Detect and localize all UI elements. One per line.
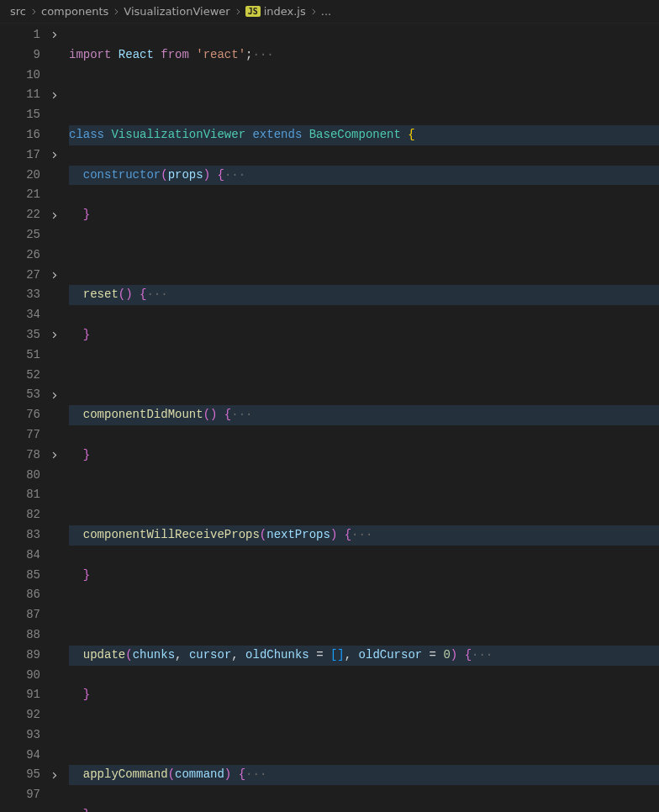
gutter-row: 52 bbox=[0, 366, 66, 386]
line-number: 22 bbox=[12, 205, 40, 225]
code-line[interactable]: reset() {··· bbox=[69, 285, 659, 305]
line-number: 84 bbox=[12, 546, 40, 566]
fold-chevron-icon[interactable] bbox=[47, 30, 61, 40]
gutter-row: 33 bbox=[0, 285, 66, 305]
code-area[interactable]: import React from 'react';··· class Visu… bbox=[66, 24, 659, 812]
code-line[interactable]: import React from 'react';··· bbox=[69, 45, 659, 66]
line-number: 9 bbox=[12, 45, 40, 66]
gutter-row: 53 bbox=[0, 385, 66, 405]
code-line[interactable]: constructor(props) {··· bbox=[69, 166, 659, 186]
code-line[interactable]: } bbox=[69, 325, 659, 345]
code-line[interactable]: componentWillReceiveProps(nextProps) {··… bbox=[69, 525, 659, 546]
gutter-row: 89 bbox=[0, 646, 66, 666]
code-line[interactable]: applyCommand(command) {··· bbox=[69, 765, 659, 785]
line-number: 20 bbox=[12, 166, 40, 186]
code-line[interactable] bbox=[69, 85, 659, 105]
line-number: 1 bbox=[12, 25, 40, 45]
code-line[interactable]: update(chunks, cursor, oldChunks = [], o… bbox=[69, 646, 659, 666]
gutter-row: 97 bbox=[0, 785, 66, 805]
fold-chevron-icon[interactable] bbox=[47, 451, 61, 460]
line-number: 76 bbox=[12, 405, 40, 425]
gutter-row: 16 bbox=[0, 125, 66, 145]
line-number: 25 bbox=[12, 225, 40, 245]
gutter-row: 87 bbox=[0, 605, 66, 625]
line-number: 52 bbox=[12, 366, 40, 386]
line-number: 93 bbox=[12, 725, 40, 746]
fold-chevron-icon[interactable] bbox=[47, 91, 61, 100]
line-number: 92 bbox=[12, 705, 40, 725]
chevron-right-icon bbox=[234, 8, 242, 16]
fold-chevron-icon[interactable] bbox=[47, 271, 61, 280]
gutter-row: 84 bbox=[0, 546, 66, 566]
line-number: 85 bbox=[12, 566, 40, 586]
chevron-right-icon bbox=[29, 8, 38, 16]
line-number: 51 bbox=[12, 345, 40, 366]
fold-chevron-icon[interactable] bbox=[47, 330, 61, 340]
code-line[interactable]: class VisualizationViewer extends BaseCo… bbox=[69, 125, 659, 145]
crumb-components[interactable]: components bbox=[41, 5, 108, 18]
line-number: 86 bbox=[12, 585, 40, 605]
gutter-row: 17 bbox=[0, 145, 66, 166]
line-number: 10 bbox=[12, 66, 40, 86]
line-number: 77 bbox=[12, 425, 40, 446]
line-number: 83 bbox=[12, 525, 40, 546]
code-line[interactable]: } bbox=[69, 805, 659, 812]
crumb-folder[interactable]: VisualizationViewer bbox=[124, 5, 229, 18]
breadcrumb[interactable]: src components VisualizationViewer JS in… bbox=[0, 0, 659, 24]
code-line[interactable]: } bbox=[69, 685, 659, 705]
gutter-row: 20 bbox=[0, 166, 66, 186]
line-number: 34 bbox=[12, 305, 40, 325]
code-line[interactable]: } bbox=[69, 566, 659, 586]
gutter-row: 76 bbox=[0, 405, 66, 425]
gutter-row: 86 bbox=[0, 585, 66, 605]
gutter-row: 81 bbox=[0, 485, 66, 505]
gutter-row: 77 bbox=[0, 425, 66, 446]
line-number-gutter: 1910111516172021222526273334355152537677… bbox=[0, 24, 66, 812]
gutter-row: 26 bbox=[0, 245, 66, 266]
line-number: 97 bbox=[12, 785, 40, 805]
gutter-row: 85 bbox=[0, 566, 66, 586]
code-line[interactable]: } bbox=[69, 446, 659, 466]
line-number: 82 bbox=[12, 505, 40, 525]
gutter-row: 1 bbox=[0, 25, 66, 45]
gutter-row: 80 bbox=[0, 466, 66, 486]
gutter-row: 15 bbox=[0, 105, 66, 125]
code-line[interactable] bbox=[69, 366, 659, 386]
crumb-trailing[interactable]: ... bbox=[321, 5, 331, 18]
line-number: 15 bbox=[12, 105, 40, 125]
gutter-row: 78 bbox=[0, 446, 66, 466]
line-number: 94 bbox=[12, 746, 40, 766]
line-number: 95 bbox=[12, 765, 40, 785]
fold-chevron-icon[interactable] bbox=[47, 771, 61, 780]
crumb-file[interactable]: index.js bbox=[264, 5, 306, 18]
code-line[interactable] bbox=[69, 245, 659, 266]
fold-chevron-icon[interactable] bbox=[47, 391, 61, 400]
line-number: 81 bbox=[12, 485, 40, 505]
line-number: 11 bbox=[12, 85, 40, 105]
code-line[interactable]: componentDidMount() {··· bbox=[69, 405, 659, 425]
line-number: 35 bbox=[12, 325, 40, 345]
code-line[interactable]: } bbox=[69, 205, 659, 225]
fold-chevron-icon[interactable] bbox=[47, 211, 61, 220]
line-number: 16 bbox=[12, 125, 40, 145]
crumb-src[interactable]: src bbox=[10, 5, 26, 18]
gutter-row: 92 bbox=[0, 705, 66, 725]
gutter-row: 90 bbox=[0, 666, 66, 686]
code-editor[interactable]: 1910111516172021222526273334355152537677… bbox=[0, 24, 659, 812]
line-number: 89 bbox=[12, 646, 40, 666]
chevron-right-icon bbox=[309, 8, 318, 16]
code-line[interactable] bbox=[69, 725, 659, 746]
gutter-row: 82 bbox=[0, 505, 66, 525]
gutter-row: 34 bbox=[0, 305, 66, 325]
line-number: 17 bbox=[12, 145, 40, 166]
gutter-row: 21 bbox=[0, 185, 66, 205]
fold-chevron-icon[interactable] bbox=[47, 150, 61, 160]
line-number: 88 bbox=[12, 625, 40, 646]
line-number: 27 bbox=[12, 266, 40, 286]
code-line[interactable] bbox=[69, 605, 659, 625]
line-number: 87 bbox=[12, 605, 40, 625]
line-number: 21 bbox=[12, 185, 40, 205]
gutter-row: 10 bbox=[0, 66, 66, 86]
line-number: 78 bbox=[12, 446, 40, 466]
code-line[interactable] bbox=[69, 485, 659, 505]
